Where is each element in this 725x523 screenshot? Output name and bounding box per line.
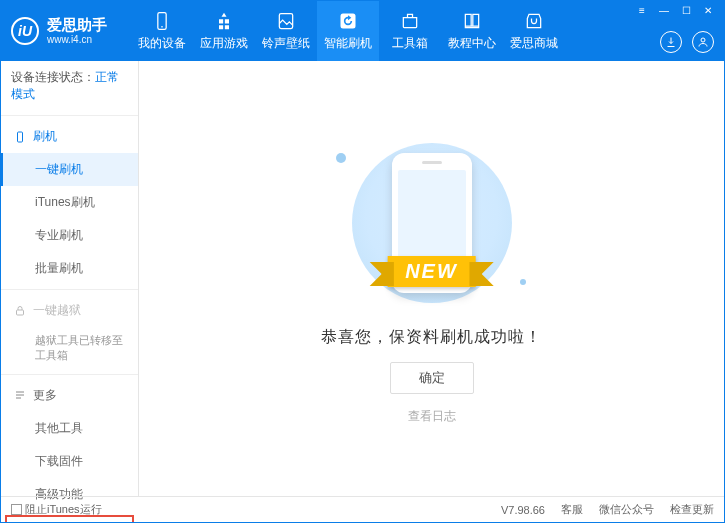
- nav-label: 教程中心: [448, 35, 496, 52]
- nav-label: 应用游戏: [200, 35, 248, 52]
- sidebar-item-itunes-flash[interactable]: iTunes刷机: [1, 186, 138, 219]
- phone-small-icon: [13, 130, 27, 144]
- lock-icon: [13, 305, 27, 317]
- check-icon: [11, 504, 22, 515]
- sidebar-item-other-tools[interactable]: 其他工具: [1, 412, 138, 445]
- logo-icon: iU: [11, 17, 39, 45]
- jailbreak-note: 越狱工具已转移至工具箱: [1, 327, 138, 370]
- nav-ringtones[interactable]: 铃声壁纸: [255, 1, 317, 61]
- sidebar-item-pro-flash[interactable]: 专业刷机: [1, 219, 138, 252]
- svg-rect-5: [18, 132, 23, 142]
- ok-button[interactable]: 确定: [390, 362, 474, 394]
- app-url: www.i4.cn: [47, 34, 107, 45]
- close-button[interactable]: ✕: [698, 3, 718, 17]
- check-update-link[interactable]: 检查更新: [670, 502, 714, 517]
- window-controls: ≡ — ☐ ✕: [632, 3, 718, 17]
- nav-toolbox[interactable]: 工具箱: [379, 1, 441, 61]
- book-icon: [462, 11, 482, 31]
- success-message: 恭喜您，保资料刷机成功啦！: [321, 327, 542, 348]
- minimize-button[interactable]: —: [654, 3, 674, 17]
- nav-label: 我的设备: [138, 35, 186, 52]
- section-title: 一键越狱: [33, 302, 81, 319]
- success-illustration: NEW: [337, 133, 527, 313]
- sidebar-item-download-fw[interactable]: 下载固件: [1, 445, 138, 478]
- refresh-icon: [338, 11, 358, 31]
- section-title: 刷机: [33, 128, 57, 145]
- toolbox-icon: [400, 11, 420, 31]
- checkbox-label: 阻止iTunes运行: [25, 502, 102, 517]
- checkbox-block-itunes[interactable]: 阻止iTunes运行: [11, 502, 102, 517]
- view-log-link[interactable]: 查看日志: [408, 408, 456, 425]
- nav-apps[interactable]: 应用游戏: [193, 1, 255, 61]
- sidebar-item-batch-flash[interactable]: 批量刷机: [1, 252, 138, 285]
- account-button[interactable]: [692, 31, 714, 53]
- conn-label: 设备连接状态：: [11, 70, 95, 84]
- user-area: [660, 31, 714, 53]
- sidebar-item-oneclick-flash[interactable]: 一键刷机: [1, 153, 138, 186]
- support-link[interactable]: 客服: [561, 502, 583, 517]
- nav-store[interactable]: 爱思商城: [503, 1, 565, 61]
- status-bar: 阻止iTunes运行 V7.98.66 客服 微信公众号 检查更新: [1, 496, 724, 522]
- nav-flash[interactable]: 智能刷机: [317, 1, 379, 61]
- section-more[interactable]: 更多: [1, 379, 138, 412]
- main-body: 设备连接状态：正常模式 刷机 一键刷机 iTunes刷机 专业刷机 批量刷机 一…: [1, 61, 724, 496]
- connection-status: 设备连接状态：正常模式: [1, 61, 138, 111]
- nav-label: 铃声壁纸: [262, 35, 310, 52]
- app-window: iU 爱思助手 www.i4.cn 我的设备 应用游戏 铃声壁纸 智能刷机: [0, 0, 725, 523]
- nav-label: 爱思商城: [510, 35, 558, 52]
- nav-tutorials[interactable]: 教程中心: [441, 1, 503, 61]
- section-flash[interactable]: 刷机: [1, 120, 138, 153]
- content-area: NEW 恭喜您，保资料刷机成功啦！ 确定 查看日志: [139, 61, 724, 496]
- app-logo: iU 爱思助手 www.i4.cn: [11, 17, 131, 45]
- download-button[interactable]: [660, 31, 682, 53]
- titlebar: iU 爱思助手 www.i4.cn 我的设备 应用游戏 铃声壁纸 智能刷机: [1, 1, 724, 61]
- svg-point-1: [161, 26, 163, 28]
- menu-button[interactable]: ≡: [632, 3, 652, 17]
- version-label: V7.98.66: [501, 504, 545, 516]
- maximize-button[interactable]: ☐: [676, 3, 696, 17]
- nav-label: 工具箱: [392, 35, 428, 52]
- new-ribbon: NEW: [387, 256, 476, 287]
- svg-point-4: [701, 38, 705, 42]
- section-jailbreak[interactable]: 一键越狱: [1, 294, 138, 327]
- phone-icon: [152, 11, 172, 31]
- wallpaper-icon: [276, 11, 296, 31]
- apps-icon: [214, 11, 234, 31]
- wechat-link[interactable]: 微信公众号: [599, 502, 654, 517]
- main-nav: 我的设备 应用游戏 铃声壁纸 智能刷机 工具箱 教程中心: [131, 1, 565, 61]
- nav-label: 智能刷机: [324, 35, 372, 52]
- store-icon: [524, 11, 544, 31]
- sidebar: 设备连接状态：正常模式 刷机 一键刷机 iTunes刷机 专业刷机 批量刷机 一…: [1, 61, 139, 496]
- section-title: 更多: [33, 387, 57, 404]
- svg-rect-6: [17, 310, 24, 315]
- app-name: 爱思助手: [47, 17, 107, 34]
- more-icon: [13, 389, 27, 401]
- nav-my-device[interactable]: 我的设备: [131, 1, 193, 61]
